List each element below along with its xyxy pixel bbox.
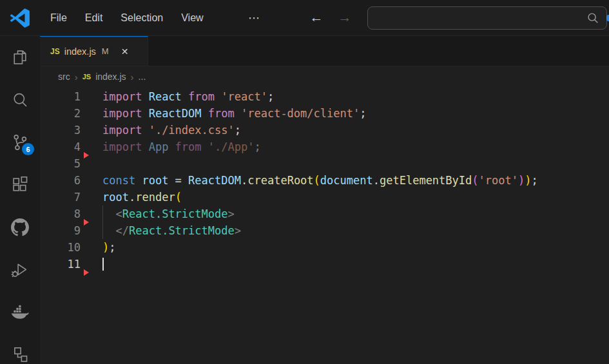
code-text: const root = ReactDOM.createRoot(documen… <box>102 172 538 189</box>
code-line-4[interactable]: 4import App from './App'; <box>40 139 609 155</box>
command-center-search[interactable] <box>367 6 607 30</box>
code-text <box>102 256 104 273</box>
title-bar: File Edit Selection View ⋯ ← → <box>0 0 609 36</box>
go-back-icon[interactable]: ← <box>307 8 326 27</box>
source-control-icon: 6 <box>10 133 30 152</box>
code-line-7[interactable]: 7root.render( <box>40 189 609 206</box>
text-cursor <box>102 258 104 271</box>
line-number[interactable]: 7 <box>40 189 81 206</box>
git-deleted-lines-marker[interactable] <box>84 152 89 158</box>
code-line-11[interactable]: 11 <box>40 256 609 273</box>
search-view-icon <box>10 90 30 110</box>
code-line-9[interactable]: 9 </React.StrictMode> <box>40 222 609 239</box>
tab-index-js[interactable]: JS index.js M ✕ <box>40 36 148 66</box>
menu-view[interactable]: View <box>172 8 212 28</box>
activity-run-debug[interactable] <box>0 249 40 291</box>
chevron-right-icon: › <box>131 72 134 82</box>
activity-remote-explorer[interactable] <box>0 334 40 364</box>
git-deleted-lines-marker[interactable] <box>84 269 89 276</box>
code-line-1[interactable]: 1import React from 'react'; <box>40 88 609 105</box>
activity-github[interactable] <box>0 206 40 249</box>
search-input[interactable] <box>368 14 586 23</box>
code-text: import './index.css'; <box>102 122 241 139</box>
js-file-icon: JS <box>82 73 91 81</box>
code-text: </React.StrictMode> <box>102 222 241 239</box>
docker-icon <box>10 303 30 322</box>
code-line-8[interactable]: 8 <React.StrictMode> <box>40 206 609 222</box>
source-control-badge: 6 <box>22 143 34 155</box>
tab-bar: JS index.js M ✕ <box>40 36 609 66</box>
activity-source-control[interactable]: 6 <box>0 121 40 164</box>
code-line-3[interactable]: 3import './index.css'; <box>40 122 609 139</box>
line-number[interactable]: 1 <box>40 88 81 105</box>
menu-bar: File Edit Selection View <box>41 0 213 36</box>
github-icon <box>10 218 30 237</box>
titlebar-edge-icon <box>606 15 609 21</box>
chevron-right-icon: › <box>75 72 78 82</box>
code-text: import React from 'react'; <box>102 88 274 105</box>
menu-file[interactable]: File <box>41 8 76 28</box>
code-line-5[interactable]: 5 <box>40 155 609 172</box>
line-number[interactable]: 3 <box>40 122 81 139</box>
activity-extensions[interactable] <box>0 164 40 206</box>
line-number[interactable]: 9 <box>40 222 81 239</box>
code-text: import App from './App'; <box>102 139 261 155</box>
code-text: ); <box>102 239 116 256</box>
code-text: root.render( <box>102 189 182 206</box>
code-editor[interactable]: 1import React from 'react';2import React… <box>40 87 609 364</box>
more-menus-icon[interactable]: ⋯ <box>244 9 264 27</box>
tab-label: index.js <box>64 46 96 57</box>
breadcrumb-symbol[interactable]: ... <box>139 72 146 82</box>
code-line-2[interactable]: 2import ReactDOM from 'react-dom/client'… <box>40 105 609 122</box>
activity-search[interactable] <box>0 79 40 121</box>
code-text: <React.StrictMode> <box>102 206 235 222</box>
line-number[interactable]: 10 <box>40 239 81 256</box>
breadcrumb-index-js[interactable]: index.js <box>95 72 126 82</box>
line-number[interactable]: 5 <box>40 155 81 172</box>
code-lines: 1import React from 'react';2import React… <box>40 88 609 273</box>
close-tab-icon[interactable]: ✕ <box>119 45 131 58</box>
js-file-icon: JS <box>50 47 60 56</box>
breadcrumb: src › JS index.js › ... <box>40 66 609 87</box>
run-debug-icon <box>10 260 30 280</box>
git-deleted-lines-marker[interactable] <box>84 219 89 225</box>
search-icon <box>586 11 600 25</box>
indent-guide <box>102 206 103 239</box>
remote-explorer-icon <box>10 345 30 364</box>
line-number[interactable]: 2 <box>40 105 81 122</box>
breadcrumb-src[interactable]: src <box>58 72 70 82</box>
extensions-icon <box>10 175 30 195</box>
activity-bar: 6 <box>0 36 40 364</box>
vscode-logo <box>10 8 30 28</box>
activity-docker[interactable] <box>0 291 40 334</box>
menu-selection[interactable]: Selection <box>111 8 172 28</box>
line-number[interactable]: 4 <box>40 139 81 155</box>
line-number[interactable]: 6 <box>40 172 81 189</box>
line-number[interactable]: 11 <box>40 256 81 273</box>
menu-edit[interactable]: Edit <box>76 8 112 28</box>
code-line-10[interactable]: 10); <box>40 239 609 256</box>
explorer-icon <box>10 48 30 67</box>
activity-explorer[interactable] <box>0 36 40 79</box>
code-text: import ReactDOM from 'react-dom/client'; <box>102 105 366 122</box>
line-number[interactable]: 8 <box>40 206 81 222</box>
code-line-6[interactable]: 6const root = ReactDOM.createRoot(docume… <box>40 172 609 189</box>
git-modified-badge: M <box>102 46 109 56</box>
go-forward-icon[interactable]: → <box>335 8 354 27</box>
editor-group: JS index.js M ✕ src › JS index.js › ... … <box>40 36 609 364</box>
